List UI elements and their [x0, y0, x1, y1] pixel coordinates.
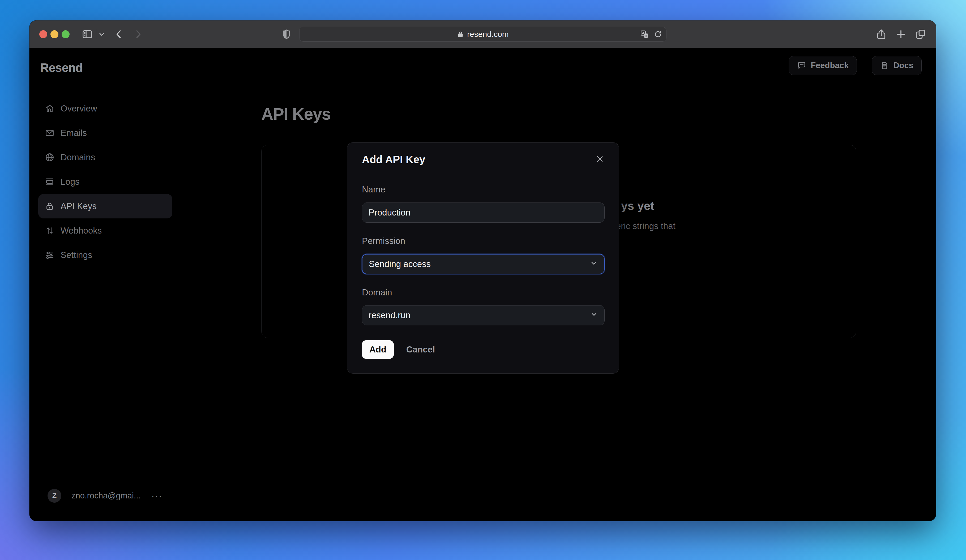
- browser-toolbar: resend.com: [30, 20, 936, 48]
- zoom-window-button[interactable]: [62, 30, 69, 38]
- docs-button-label: Docs: [893, 61, 913, 70]
- permission-select[interactable]: Sending access: [362, 254, 605, 274]
- domain-select[interactable]: resend.run: [362, 305, 605, 325]
- forward-button-icon[interactable]: [132, 28, 144, 40]
- close-icon[interactable]: [594, 153, 606, 165]
- sidebar-toggle-icon[interactable]: [81, 28, 94, 40]
- resend-logo: Resend: [40, 61, 82, 75]
- add-button[interactable]: Add: [362, 340, 394, 359]
- home-icon: [44, 103, 55, 114]
- sidebar-item-api-keys[interactable]: API Keys: [38, 194, 172, 218]
- feedback-button-label: Feedback: [811, 61, 849, 70]
- translate-icon[interactable]: [640, 29, 649, 39]
- sidebar-item-logs[interactable]: Logs: [38, 170, 172, 194]
- sidebar-item-label: Overview: [61, 103, 97, 114]
- new-tab-icon[interactable]: [895, 28, 907, 40]
- address-bar[interactable]: resend.com: [299, 27, 667, 42]
- sidebar-item-webhooks[interactable]: Webhooks: [38, 218, 172, 243]
- feedback-button[interactable]: Feedback: [789, 56, 857, 75]
- docs-button[interactable]: Docs: [872, 56, 922, 75]
- tls-lock-icon: [457, 31, 464, 38]
- add-api-key-modal: Add API Key Name Permission Sending acce…: [347, 142, 619, 374]
- reload-icon[interactable]: [654, 30, 662, 39]
- tabs-overview-icon[interactable]: [915, 28, 927, 40]
- minimize-window-button[interactable]: [51, 30, 58, 38]
- sidebar-item-settings[interactable]: Settings: [38, 243, 172, 267]
- sidebar-item-domains[interactable]: Domains: [38, 145, 172, 170]
- sidebar-item-emails[interactable]: Emails: [38, 121, 172, 145]
- domain-select-value: resend.run: [368, 310, 411, 320]
- logs-icon: [44, 176, 55, 187]
- user-menu-ellipsis-icon[interactable]: ···: [151, 490, 163, 501]
- toolbar-divider: [97, 29, 97, 39]
- chevron-down-icon: [590, 310, 598, 321]
- page-header: Feedback Docs: [182, 48, 936, 83]
- lock-icon: [44, 201, 55, 212]
- speech-bubble-icon: [797, 61, 807, 70]
- close-window-button[interactable]: [39, 30, 47, 38]
- chevron-down-icon: [589, 259, 598, 270]
- empty-state-description-fragment: eric strings that: [616, 221, 675, 231]
- permission-field-label: Permission: [362, 236, 405, 246]
- back-button-icon[interactable]: [113, 28, 125, 40]
- sidebar-item-overview[interactable]: Overview: [38, 97, 172, 121]
- name-input[interactable]: [362, 203, 605, 223]
- sidebar: Resend Overview Em: [30, 48, 182, 521]
- arrows-up-down-icon: [44, 225, 55, 236]
- user-email: zno.rocha@gmai...: [71, 491, 141, 501]
- envelope-icon: [44, 128, 55, 139]
- name-field-label: Name: [362, 185, 385, 195]
- sidebar-item-label: API Keys: [61, 201, 97, 211]
- privacy-shield-icon[interactable]: [281, 29, 292, 40]
- address-bar-url: resend.com: [467, 30, 509, 39]
- sidebar-item-label: Webhooks: [61, 226, 102, 236]
- sidebar-item-label: Emails: [61, 128, 87, 138]
- page-title: API Keys: [261, 104, 330, 123]
- sidebar-item-label: Settings: [61, 250, 92, 260]
- cancel-button[interactable]: Cancel: [406, 340, 435, 359]
- user-account-row[interactable]: Z zno.rocha@gmai... ···: [48, 489, 163, 503]
- sidebar-item-label: Logs: [61, 177, 80, 187]
- share-icon[interactable]: [875, 28, 887, 40]
- permission-select-value: Sending access: [369, 259, 431, 269]
- browser-window: resend.com: [30, 20, 936, 521]
- document-icon: [880, 61, 889, 70]
- empty-state-heading-fragment: ys yet: [621, 199, 654, 213]
- page-viewport: Resend Overview Em: [30, 48, 936, 521]
- avatar: Z: [48, 489, 61, 503]
- chevron-down-icon[interactable]: [98, 31, 105, 38]
- globe-icon: [44, 152, 55, 163]
- sidebar-item-label: Domains: [61, 152, 95, 162]
- modal-title: Add API Key: [362, 154, 426, 165]
- domain-field-label: Domain: [362, 287, 392, 298]
- sidebar-nav: Overview Emails: [38, 97, 172, 267]
- sliders-icon: [44, 249, 55, 260]
